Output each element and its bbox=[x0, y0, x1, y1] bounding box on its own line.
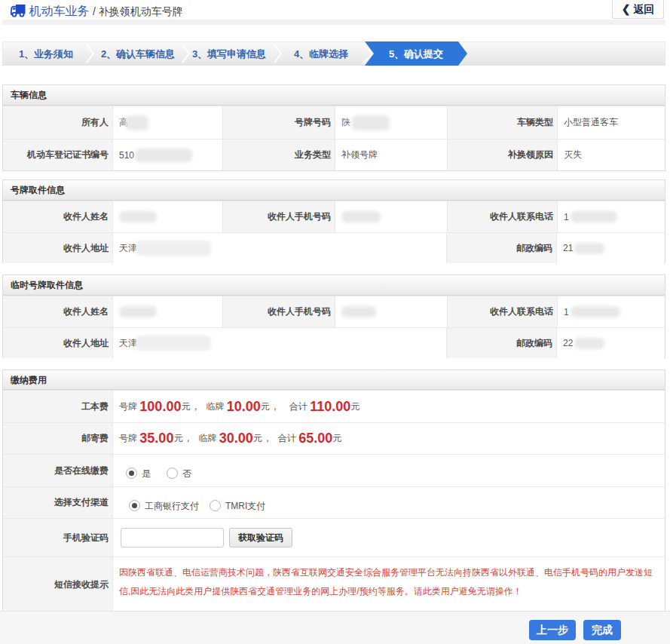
svg-text:5、确认提交: 5、确认提交 bbox=[389, 48, 443, 60]
svg-text:3、填写申请信息: 3、填写申请信息 bbox=[192, 48, 266, 60]
svg-text:4、临牌选择: 4、临牌选择 bbox=[294, 48, 349, 60]
svg-text:1、业务须知: 1、业务须知 bbox=[19, 48, 73, 60]
svg-text:2、确认车辆信息: 2、确认车辆信息 bbox=[101, 48, 175, 60]
